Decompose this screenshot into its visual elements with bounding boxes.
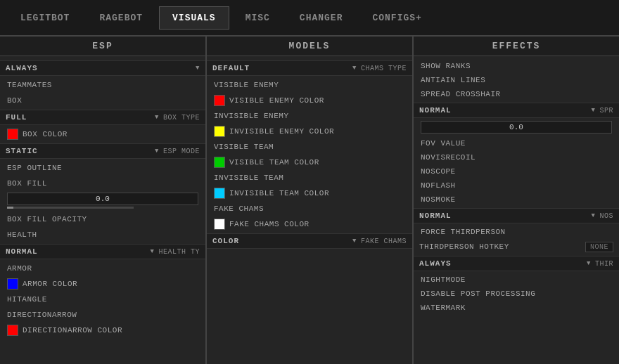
effects-nosmoke[interactable]: NOSMOKE: [414, 193, 619, 207]
esp-health[interactable]: HEALTH: [0, 227, 205, 242]
models-invisibleteam-color-label: INVISIBLE TEAM COLOR: [229, 189, 329, 197]
models-fakechams-swatch[interactable]: [214, 219, 225, 230]
effects-novisrecoil[interactable]: NOVISRECOIL: [414, 150, 619, 164]
models-color-arrow: ▼: [352, 238, 357, 245]
effects-nosmoke-dropdown[interactable]: NORMAL ▼ NOS: [414, 208, 619, 223]
effects-spreadcrosshair[interactable]: SPREAD CROSSHAIR: [414, 87, 619, 101]
effects-header: EFFECTS: [414, 37, 619, 56]
esp-always-dropdown[interactable]: ALWAYS ▼: [0, 60, 205, 76]
effects-spread-suffix: SPR: [599, 107, 613, 115]
esp-hitangle[interactable]: HITANGLE: [0, 292, 205, 307]
esp-box[interactable]: BOX: [0, 93, 205, 108]
esp-armorcolor-swatch[interactable]: [7, 278, 18, 290]
esp-static-arrow: ▼: [155, 148, 159, 155]
nav-bar: LEGITBOT RAGEBOT VISUALS MISC CHANGER CO…: [0, 0, 619, 37]
models-panel: MODELS DEFAULT ▼ CHAMS TYPE VISIBLE ENEM…: [207, 37, 414, 364]
models-default-arrow: ▼: [352, 65, 357, 72]
esp-directionarrow-swatch[interactable]: [7, 325, 18, 336]
models-invisibleenemy-color-label: INVISIBLE ENEMY COLOR: [229, 127, 334, 136]
esp-espmode-dropdown[interactable]: STATIC ▼ ESP MODE: [0, 143, 205, 159]
effects-antiaimlines[interactable]: ANTIAIN LINES: [414, 73, 619, 87]
effects-fovvalue-label: FOV VALUE: [414, 136, 619, 150]
effects-noflash[interactable]: NOFLASH: [414, 178, 619, 193]
esp-boxfillopacity-value[interactable]: 0.0: [7, 193, 198, 205]
nav-legitbot[interactable]: LEGITBOT: [7, 6, 83, 30]
esp-healthtype-dropdown[interactable]: NORMAL ▼ HEALTH TY: [0, 244, 205, 259]
models-chamstype-suffix: CHAMS TYPE: [361, 65, 407, 72]
nav-misc[interactable]: MISC: [232, 6, 283, 30]
models-fakechams-dropdown[interactable]: COLOR ▼ FAKE CHAMS: [207, 233, 412, 249]
esp-directionarrow[interactable]: DIRECTIONARROW: [0, 307, 205, 323]
effects-normal2-arrow: ▼: [592, 212, 596, 219]
esp-boxfillopacity-fill: [7, 207, 13, 209]
effects-thirdpersonhotkey-value[interactable]: NONE: [585, 242, 613, 252]
models-chamstype-dropdown[interactable]: DEFAULT ▼ CHAMS TYPE: [207, 60, 412, 76]
models-visibleenemy-color[interactable]: VISIBLE ENEMY COLOR: [207, 93, 412, 108]
effects-normal1-arrow: ▼: [592, 107, 596, 114]
esp-boxtype-dropdown[interactable]: FULL ▼ BOX TYPE: [0, 110, 205, 125]
esp-directionarrow-color-label: DIRECTIONARROW COLOR: [23, 326, 122, 334]
nav-changer[interactable]: CHANGER: [286, 6, 357, 30]
effects-normal2-label: NORMAL: [419, 212, 587, 220]
models-visibleenemy-swatch[interactable]: [214, 95, 225, 106]
models-visibleteam-color[interactable]: VISIBLE TEAM COLOR: [207, 155, 412, 170]
effects-nos-suffix: NOS: [599, 212, 613, 220]
effects-panel: EFFECTS SHOW RANKS ANTIAIN LINES SPREAD …: [414, 37, 619, 364]
esp-boxcolor[interactable]: BOX COLOR: [0, 126, 205, 142]
models-fakechams[interactable]: FAKE CHAMS: [207, 201, 412, 216]
esp-healthtype-suffix: HEALTH TY: [158, 248, 200, 256]
esp-directionarrow-color[interactable]: DIRECTIONARROW COLOR: [0, 323, 205, 338]
models-color-label: COLOR: [212, 237, 348, 245]
esp-always-label: ALWAYS: [6, 64, 191, 72]
models-invisibleteam-swatch[interactable]: [214, 188, 225, 199]
models-invisibleteam[interactable]: INVISIBLE TEAM: [207, 170, 412, 186]
effects-always-label: ALWAYS: [419, 259, 582, 268]
effects-spread-dropdown[interactable]: NORMAL ▼ SPR: [414, 103, 619, 118]
effects-fov-value[interactable]: 0.0: [421, 121, 612, 134]
esp-boxcolor-swatch[interactable]: [7, 129, 18, 140]
effects-always-dropdown[interactable]: ALWAYS ▼ THIR: [414, 256, 619, 271]
esp-outline[interactable]: ESP OUTLINE: [0, 160, 205, 176]
esp-header: ESP: [0, 37, 205, 56]
effects-nightmode[interactable]: NIGHTMODE: [414, 273, 619, 287]
models-invisibleenemy-color[interactable]: INVISIBLE ENEMY COLOR: [207, 124, 412, 139]
models-visibleenemy-color-label: VISIBLE ENEMY COLOR: [229, 96, 324, 105]
esp-normal-arrow: ▼: [151, 248, 155, 255]
esp-full-label: FULL: [6, 113, 151, 122]
models-visibleteam[interactable]: VISIBLE TEAM: [207, 139, 412, 155]
models-header: MODELS: [207, 37, 412, 56]
models-fakechams-suffix: FAKE CHAMS: [361, 238, 407, 245]
esp-body: ALWAYS ▼ TEAMMATES BOX FULL ▼ BOX TYPE B…: [0, 56, 205, 364]
esp-normal-label: NORMAL: [6, 247, 146, 256]
effects-showranks[interactable]: SHOW RANKS: [414, 59, 619, 73]
effects-body: SHOW RANKS ANTIAIN LINES SPREAD CROSSHAI…: [414, 56, 619, 364]
effects-watermark[interactable]: WATERMARK: [414, 301, 619, 315]
effects-thirdpersonhotkey-label: THIRDPERSON HOTKEY: [419, 242, 509, 251]
nav-ragebot[interactable]: RAGEBOT: [86, 6, 156, 30]
models-invisibleenemy-swatch[interactable]: [214, 126, 225, 137]
models-default-label: DEFAULT: [212, 64, 348, 72]
effects-fov-section: 0.0: [414, 119, 619, 136]
esp-boxfillopacity-label: BOX FILL OPACITY: [0, 212, 205, 227]
models-visibleteam-swatch[interactable]: [214, 157, 225, 168]
nav-configs[interactable]: CONFIGS+: [359, 6, 435, 30]
models-invisibleenemy[interactable]: INVISIBLE ENEMY: [207, 108, 412, 124]
esp-boxcolor-label: BOX COLOR: [23, 130, 68, 138]
models-invisibleteam-color[interactable]: INVISIBLE TEAM COLOR: [207, 186, 412, 201]
esp-boxtype-suffix: BOX TYPE: [163, 114, 200, 122]
esp-teammates[interactable]: TEAMMATES: [0, 77, 205, 93]
models-fakechams-color[interactable]: FAKE CHAMS COLOR: [207, 216, 412, 232]
effects-noscope[interactable]: NOSCOPE: [414, 164, 619, 178]
esp-armor[interactable]: ARMOR: [0, 261, 205, 276]
effects-always-arrow: ▼: [587, 260, 591, 267]
models-body: DEFAULT ▼ CHAMS TYPE VISIBLE ENEMY VISIB…: [207, 56, 412, 364]
effects-normal1-label: NORMAL: [419, 106, 587, 115]
esp-static-label: STATIC: [6, 147, 151, 155]
nav-visuals[interactable]: VISUALS: [159, 6, 229, 30]
esp-boxfill[interactable]: BOX FILL: [0, 176, 205, 191]
esp-boxfillopacity-slider[interactable]: [7, 207, 134, 209]
effects-disablepost[interactable]: DISABLE POST PROCESSING: [414, 287, 619, 301]
effects-forcethirdperson[interactable]: FORCE THIRDPERSON: [414, 225, 619, 239]
esp-armorcolor[interactable]: ARMOR COLOR: [0, 276, 205, 292]
models-visibleenemy[interactable]: VISIBLE ENEMY: [207, 77, 412, 93]
